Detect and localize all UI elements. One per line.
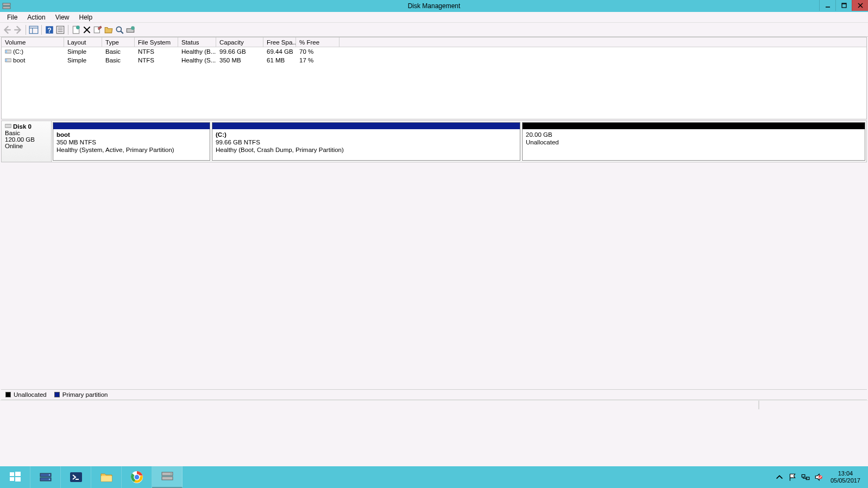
drive-icon (5, 49, 11, 54)
svg-point-26 (131, 26, 135, 30)
start-button[interactable] (0, 466, 30, 488)
open-button[interactable] (104, 25, 114, 35)
settings-button[interactable] (55, 25, 65, 35)
column-type[interactable]: Type (102, 37, 135, 47)
disk-graphic: Disk 0 Basic 120.00 GB Online boot 350 M… (1, 121, 867, 162)
close-button[interactable] (852, 0, 868, 11)
partition-bar (523, 123, 865, 129)
refresh-button[interactable] (71, 25, 81, 35)
svg-rect-0 (3, 3, 10, 5)
chrome-button[interactable] (122, 466, 152, 488)
column-volume[interactable]: Volume (2, 37, 64, 47)
disk-info[interactable]: Disk 0 Basic 120.00 GB Online (2, 121, 52, 162)
volume-name: (C:) (13, 48, 23, 55)
volume-row[interactable]: boot Simple Basic NTFS Healthy (S... 350… (2, 56, 866, 65)
svg-rect-32 (10, 472, 14, 476)
network-icon[interactable] (801, 473, 810, 481)
svg-point-47 (171, 473, 172, 474)
volume-layout: Simple (64, 48, 102, 55)
flag-icon[interactable] (788, 473, 797, 481)
explore-button[interactable] (115, 25, 124, 35)
rescan-button[interactable] (125, 25, 135, 35)
legend: Unallocated Primary partition (1, 389, 867, 400)
volume-list-body[interactable]: (C:) Simple Basic NTFS Healthy (B... 99.… (2, 47, 866, 119)
svg-rect-31 (5, 124, 11, 128)
svg-point-38 (48, 474, 49, 476)
partition-name: boot (56, 131, 206, 138)
svg-rect-48 (802, 474, 805, 477)
explorer-button[interactable] (91, 466, 122, 488)
maximize-button[interactable] (835, 0, 852, 11)
app-icon (2, 2, 11, 10)
volume-name: boot (13, 57, 25, 64)
tray-date: 05/05/2017 (831, 477, 860, 484)
powershell-button[interactable] (61, 466, 91, 488)
svg-point-39 (48, 479, 49, 480)
volume-row[interactable]: (C:) Simple Basic NTFS Healthy (B... 99.… (2, 47, 866, 56)
minimize-button[interactable] (819, 0, 835, 11)
partition[interactable]: (C:) 99.66 GB NTFS Healthy (Boot, Crash … (212, 122, 520, 161)
nav-back-button[interactable] (2, 25, 12, 35)
disk-state: Online (5, 143, 48, 149)
svg-point-19 (76, 26, 80, 29)
partition-status: Unallocated (526, 138, 861, 146)
nav-forward-button[interactable] (13, 25, 23, 35)
column-freespace[interactable]: Free Spa... (263, 37, 296, 47)
partition-detail: 20.00 GB (526, 131, 861, 138)
legend-swatch-primary (54, 392, 60, 397)
svg-rect-9 (29, 26, 38, 34)
volume-layout: Simple (64, 57, 102, 64)
tray-clock[interactable]: 13:04 05/05/2017 (827, 470, 864, 484)
svg-rect-33 (15, 472, 21, 476)
properties-button[interactable] (93, 25, 103, 35)
volume-pctfree: 17 % (296, 57, 339, 64)
column-pctfree[interactable]: % Free (296, 37, 339, 47)
legend-primary: Primary partition (54, 391, 108, 398)
window-title: Disk Management (408, 2, 461, 10)
volume-free: 61 MB (263, 57, 296, 64)
volume-type: Basic (102, 57, 135, 64)
volume-capacity: 350 MB (216, 57, 263, 64)
svg-text:?: ? (47, 26, 52, 34)
volume-icon[interactable] (814, 473, 823, 481)
menu-view[interactable]: View (51, 12, 74, 22)
disk-partitions: boot 350 MB NTFS Healthy (System, Active… (52, 121, 866, 162)
titlebar: Disk Management (0, 0, 868, 12)
volume-pctfree: 70 % (296, 48, 339, 55)
legend-swatch-unallocated (5, 392, 11, 397)
blank-area (0, 163, 868, 389)
svg-point-23 (116, 27, 121, 31)
column-layout[interactable]: Layout (64, 37, 102, 47)
menu-file[interactable]: File (2, 12, 22, 22)
column-status[interactable]: Status (178, 37, 216, 47)
partition-status: Healthy (Boot, Crash Dump, Primary Parti… (216, 146, 517, 154)
volume-capacity: 99.66 GB (216, 48, 263, 55)
svg-rect-35 (15, 477, 21, 481)
partition[interactable]: 20.00 GB Unallocated (522, 122, 865, 161)
show-hide-tree-button[interactable] (29, 25, 39, 35)
delete-button[interactable] (82, 25, 92, 35)
system-tray: 13:04 05/05/2017 (771, 466, 868, 488)
partition-bar (53, 123, 210, 129)
toolbar-separator (68, 25, 68, 35)
svg-point-44 (134, 474, 140, 480)
legend-unallocated: Unallocated (5, 391, 47, 398)
drive-icon (5, 58, 11, 63)
disk-mgmt-button[interactable] (152, 466, 183, 488)
column-filesystem[interactable]: File System (135, 37, 178, 47)
toolbar: ? (0, 23, 868, 37)
server-manager-button[interactable] (30, 466, 61, 488)
help-button[interactable]: ? (45, 25, 54, 35)
taskbar: 13:04 05/05/2017 (0, 466, 868, 488)
svg-rect-1 (3, 7, 10, 9)
menu-action[interactable]: Action (22, 12, 50, 22)
status-bar (0, 400, 868, 410)
partition[interactable]: boot 350 MB NTFS Healthy (System, Active… (53, 122, 210, 161)
menu-help[interactable]: Help (74, 12, 98, 22)
partition-bar (212, 123, 520, 129)
window-controls (819, 0, 868, 11)
partition-detail: 99.66 GB NTFS (216, 138, 517, 146)
tray-chevron-icon[interactable] (775, 473, 784, 481)
disk-size: 120.00 GB (5, 136, 48, 143)
column-capacity[interactable]: Capacity (216, 37, 263, 47)
